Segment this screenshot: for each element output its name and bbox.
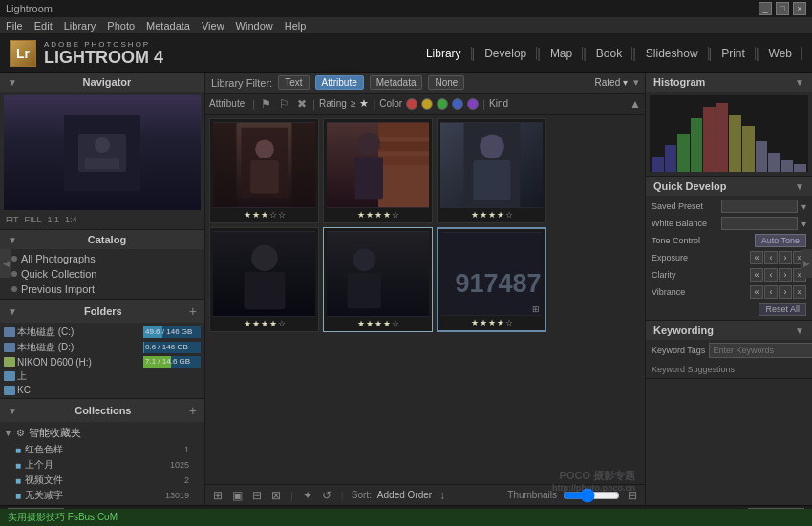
menu-photo[interactable]: Photo <box>107 20 135 32</box>
menu-window[interactable]: Window <box>236 20 273 32</box>
tab-develop[interactable]: Develop <box>475 47 537 60</box>
menu-library[interactable]: Library <box>64 20 96 32</box>
filter-metadata-btn[interactable]: Metadata <box>370 75 423 90</box>
menu-file[interactable]: File <box>6 20 23 32</box>
qd-wb-input[interactable] <box>721 217 798 230</box>
filter-none-btn[interactable]: None <box>428 75 464 90</box>
coll-nokey[interactable]: ■ 无关减字 13019 <box>0 488 204 503</box>
rotate-btn[interactable]: ↺ <box>320 487 333 504</box>
qd-clarity-d[interactable]: ‹ <box>764 268 778 282</box>
nav-fit[interactable]: FIT <box>6 215 19 224</box>
qd-exp-dl[interactable]: « <box>750 251 763 264</box>
kw-header[interactable]: Keywording ▼ <box>646 321 812 340</box>
tab-print[interactable]: Print <box>712 47 756 60</box>
sort-direction[interactable]: ↕ <box>438 487 447 504</box>
left-panel-toggle[interactable]: ◀ <box>0 249 11 278</box>
thumbnail-size-slider[interactable] <box>563 491 620 500</box>
qd-vibrance-d[interactable]: ‹ <box>764 285 778 299</box>
view-survey-btn[interactable]: ⊠ <box>269 487 283 504</box>
filter-toggle[interactable]: ⊟ <box>626 487 639 504</box>
catalog-all[interactable]: All Photographs <box>0 251 204 266</box>
flag-pick[interactable]: ⚑ <box>259 97 273 111</box>
photo-cell-6[interactable]: 917487 ⊞ ★ ★ ★ ★ ☆ <box>437 227 546 332</box>
right-panel-toggle[interactable]: ▶ <box>801 249 812 278</box>
tab-slideshow[interactable]: Slideshow <box>636 47 709 60</box>
collections-add[interactable]: + <box>189 403 197 418</box>
folder-kc[interactable]: KC <box>0 384 204 396</box>
close-btn[interactable]: × <box>793 2 806 15</box>
folders-add[interactable]: + <box>189 304 197 319</box>
filter-rated[interactable]: Rated ▾ <box>595 77 628 88</box>
nav-fill[interactable]: FILL <box>25 215 42 224</box>
photo-cell-3[interactable]: ★ ★ ★ ★ ☆ <box>437 118 546 223</box>
attr-stars[interactable]: ★ <box>359 97 369 110</box>
qd-reset-btn[interactable]: Reset All <box>759 303 806 316</box>
catalog-quick[interactable]: Quick Collection <box>0 266 204 282</box>
catalog-header[interactable]: ▼ Catalog <box>0 230 204 249</box>
nav-1to4[interactable]: 1:4 <box>65 215 77 224</box>
tab-library[interactable]: Library <box>417 47 472 60</box>
qd-vibrance-uu[interactable]: » <box>793 285 806 299</box>
window-controls[interactable]: _ □ × <box>759 2 806 15</box>
minimize-btn[interactable]: _ <box>759 2 772 15</box>
catalog-prev[interactable]: Previous Import <box>0 282 204 297</box>
filter-attribute-btn[interactable]: Attribute <box>315 75 364 90</box>
color-purple[interactable] <box>467 98 479 110</box>
navigator-header[interactable]: ▼ Navigator <box>0 73 204 92</box>
qd-auto-btn[interactable]: Auto Tone <box>755 234 806 247</box>
coll-red[interactable]: ■ 红色色样 1 <box>0 442 204 457</box>
menu-view[interactable]: View <box>202 20 224 32</box>
histogram-header[interactable]: Histogram ▼ <box>646 73 812 92</box>
folders-header[interactable]: ▼ Folders + <box>0 300 204 323</box>
folder-h[interactable]: NIKON D600 (H:) 7.1 / 14.6 GB <box>0 355 204 368</box>
color-blue[interactable] <box>452 98 463 110</box>
color-green[interactable] <box>437 98 448 110</box>
qd-preset-arrow[interactable]: ▾ <box>801 201 806 212</box>
qd-vibrance-dl[interactable]: « <box>750 285 763 299</box>
qd-header[interactable]: Quick Develop ▼ <box>646 177 812 196</box>
attr-bar-collapse[interactable]: ▲ <box>630 97 641 111</box>
view-compare-btn[interactable]: ⊟ <box>250 487 264 504</box>
photo-cell-2[interactable]: ★ ★ ★ ★ ☆ <box>323 118 433 223</box>
qd-exp-u[interactable]: › <box>779 251 792 264</box>
maximize-btn[interactable]: □ <box>776 2 789 15</box>
coll-5star[interactable]: ■ 五星级 103 <box>0 503 204 505</box>
menu-metadata[interactable]: Metadata <box>146 20 190 32</box>
folder-d[interactable]: 本地磁盘 (D:) 0.6 / 146 GB <box>0 340 204 355</box>
smart-collection-group[interactable]: ▼ ⚙ 智能收藏夹 <box>0 424 204 442</box>
qd-preset-input[interactable] <box>721 200 798 213</box>
qd-clarity-dl[interactable]: « <box>750 268 763 282</box>
photo-cell-1[interactable]: ★ ★ ★ ☆ ☆ <box>209 118 319 223</box>
folder-u[interactable]: 上 <box>0 368 204 384</box>
tab-web[interactable]: Web <box>759 47 802 60</box>
coll-month[interactable]: ■ 上个月 1025 <box>0 457 204 473</box>
menu-help[interactable]: Help <box>285 20 307 32</box>
smart-coll-label: 智能收藏夹 <box>29 426 81 440</box>
tab-map[interactable]: Map <box>541 47 583 60</box>
nav-1to1[interactable]: 1:1 <box>48 215 60 224</box>
collections-header[interactable]: ▼ Collections + <box>0 399 204 422</box>
spray-btn[interactable]: ✦ <box>301 487 314 504</box>
svg-text:917487: 917487 <box>455 269 541 298</box>
color-red[interactable] <box>406 98 417 110</box>
filter-text-btn[interactable]: Text <box>278 75 309 90</box>
qd-exp-d[interactable]: ‹ <box>764 251 778 264</box>
sort-value[interactable]: Added Order <box>377 490 432 500</box>
flag-unflagged[interactable]: ⚐ <box>277 97 291 111</box>
view-grid-btn[interactable]: ⊞ <box>211 487 224 504</box>
photo-cell-5[interactable]: ★ ★ ★ ★ ☆ <box>323 227 433 332</box>
kw-tags-input[interactable] <box>709 343 812 358</box>
color-yellow[interactable] <box>421 98 433 110</box>
qd-wb-arrow[interactable]: ▾ <box>801 219 806 229</box>
qd-clarity-u[interactable]: › <box>779 268 792 282</box>
view-loupe-btn[interactable]: ▣ <box>230 487 245 504</box>
histogram-area <box>650 95 808 172</box>
photo-cell-4[interactable]: ★ ★ ★ ★ ☆ <box>209 227 319 332</box>
flag-reject[interactable]: ✖ <box>295 97 309 111</box>
menu-edit[interactable]: Edit <box>34 20 53 32</box>
filter-expand-icon[interactable]: ▾ <box>633 76 639 89</box>
qd-vibrance-u[interactable]: › <box>779 285 792 299</box>
folder-c[interactable]: 本地磁盘 (C:) 49.6 / 146 GB <box>0 325 204 340</box>
tab-book[interactable]: Book <box>587 47 632 60</box>
coll-video[interactable]: ■ 视频文件 2 <box>0 473 204 488</box>
